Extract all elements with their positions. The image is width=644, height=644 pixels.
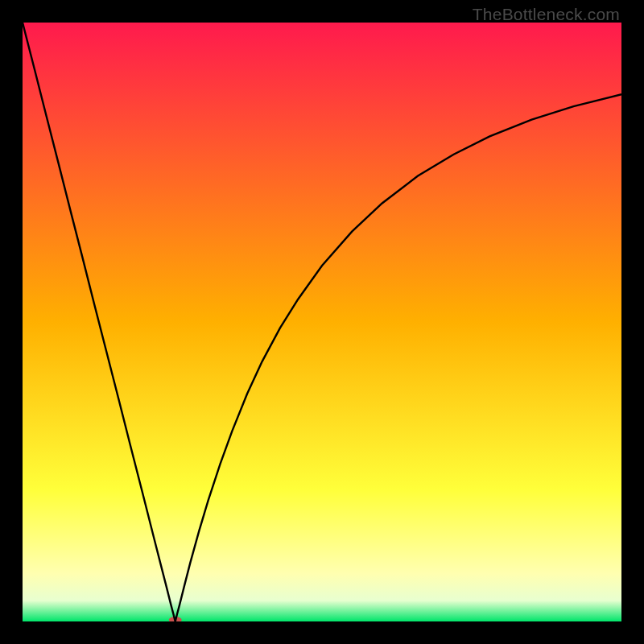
chart-canvas (23, 23, 621, 621)
gradient-background (23, 23, 621, 621)
watermark-text: TheBottleneck.com (473, 5, 620, 24)
chart-frame (23, 23, 621, 621)
